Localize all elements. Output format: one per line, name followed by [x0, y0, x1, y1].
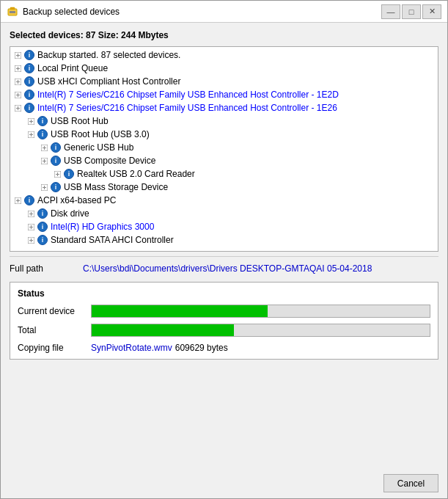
item-label: Realtek USB 2.0 Card Reader [77, 169, 195, 179]
list-item[interactable]: iUSB Root Hub [10, 114, 438, 128]
footer: Cancel [1, 468, 447, 498]
status-box: Status Current device Total Copying file… [10, 282, 438, 360]
item-label: ACPI x64-based PC [37, 195, 116, 205]
summary-line: Selected devices: 87 Size: 244 Mbytes [10, 30, 438, 40]
expand-icon[interactable] [12, 89, 23, 101]
item-label: USB Mass Storage Device [64, 182, 168, 192]
close-button[interactable]: ✕ [422, 4, 441, 19]
item-label: Intel(R) 7 Series/C216 Chipset Family US… [37, 103, 337, 113]
copying-filename: SynPivotRotate.wmv [91, 343, 172, 353]
info-icon: i [23, 194, 35, 206]
cancel-button[interactable]: Cancel [383, 474, 438, 492]
window-title: Backup selected devices [23, 7, 381, 17]
expand-icon[interactable] [38, 142, 50, 153]
list-item[interactable]: iBackup started. 87 selected devices. [10, 48, 438, 62]
info-icon: i [23, 62, 35, 74]
list-item[interactable]: iIntel(R) 7 Series/C216 Chipset Family U… [10, 101, 438, 114]
fullpath-row: Full path C:\Users\bdi\Documents\drivers… [10, 261, 438, 276]
current-device-label: Current device [18, 306, 91, 316]
expand-icon[interactable] [25, 221, 37, 233]
info-icon: i [50, 142, 62, 153]
content-area: Selected devices: 87 Size: 244 Mbytes iB… [1, 23, 447, 468]
item-label: Backup started. 87 selected devices. [37, 50, 180, 60]
total-progress-bg [91, 324, 430, 337]
expand-icon[interactable] [12, 62, 23, 74]
info-icon: i [23, 76, 35, 87]
info-icon: i [50, 181, 62, 193]
copying-size: 609629 bytes [175, 343, 228, 353]
expand-icon[interactable] [12, 102, 23, 114]
info-icon: i [50, 155, 62, 167]
title-bar: Backup selected devices — □ ✕ [1, 1, 447, 23]
total-row: Total [18, 324, 430, 337]
info-icon: i [23, 49, 35, 61]
info-icon: i [63, 168, 75, 180]
item-label: Standard SATA AHCI Controller [51, 235, 174, 245]
item-label: USB Root Hub [51, 116, 109, 126]
status-title: Status [18, 288, 430, 299]
copying-row: Copying file SynPivotRotate.wmv 609629 b… [18, 343, 430, 353]
expand-icon[interactable] [38, 181, 50, 193]
list-item[interactable]: iRealtek USB 2.0 Card Reader [10, 167, 438, 181]
item-label: Intel(R) HD Graphics 3000 [51, 222, 154, 232]
maximize-button[interactable]: □ [402, 4, 421, 19]
current-device-progress-fill [92, 305, 268, 317]
info-icon: i [23, 89, 35, 101]
info-icon: i [37, 234, 48, 246]
list-item[interactable]: iIntel(R) 7 Series/C216 Chipset Family U… [10, 88, 438, 101]
info-icon: i [37, 208, 48, 219]
info-icon: i [37, 115, 48, 127]
current-device-progress-bg [91, 305, 430, 318]
list-item[interactable]: iUSB Mass Storage Device [10, 181, 438, 194]
svg-rect-2 [10, 7, 15, 10]
device-list-container: iBackup started. 87 selected devices.iLo… [10, 46, 438, 252]
fullpath-label: Full path [10, 263, 83, 274]
list-item[interactable]: iUSB Root Hub (USB 3.0) [10, 128, 438, 141]
fullpath-value: C:\Users\bdi\Documents\drivers\Drivers D… [83, 263, 372, 274]
expand-icon[interactable] [25, 234, 37, 246]
window-icon [7, 6, 18, 18]
item-label: Disk drive [51, 208, 89, 219]
minimize-button[interactable]: — [381, 4, 400, 19]
list-item[interactable]: iUSB Composite Device [10, 154, 438, 167]
list-item[interactable]: iLocal Print Queue [10, 62, 438, 75]
expand-icon[interactable] [12, 194, 23, 206]
svg-rect-1 [10, 11, 15, 13]
list-item[interactable]: iUSB xHCI Compliant Host Controller [10, 75, 438, 88]
copying-label: Copying file [18, 343, 91, 353]
device-list[interactable]: iBackup started. 87 selected devices.iLo… [10, 47, 438, 251]
list-item[interactable]: iIntel(R) HD Graphics 3000 [10, 220, 438, 233]
item-label: Intel(R) 7 Series/C216 Chipset Family US… [37, 90, 339, 100]
current-device-row: Current device [18, 305, 430, 318]
total-label: Total [18, 325, 91, 335]
item-label: Local Print Queue [37, 63, 108, 73]
divider [10, 256, 438, 257]
item-label: USB Composite Device [64, 156, 155, 166]
info-icon: i [23, 102, 35, 114]
expand-icon[interactable] [25, 128, 37, 140]
main-window: Backup selected devices — □ ✕ Selected d… [0, 0, 448, 499]
item-label: USB Root Hub (USB 3.0) [51, 129, 150, 139]
total-progress-fill [92, 324, 234, 336]
expand-icon[interactable] [38, 155, 50, 167]
expand-icon[interactable] [12, 49, 23, 61]
list-item[interactable]: iGeneric USB Hub [10, 141, 438, 154]
list-item[interactable]: iStandard SATA AHCI Controller [10, 233, 438, 247]
info-icon: i [37, 221, 48, 233]
info-icon: i [37, 128, 48, 140]
expand-icon[interactable] [25, 208, 37, 219]
item-label: Generic USB Hub [64, 142, 133, 153]
expand-icon[interactable] [12, 76, 23, 87]
item-label: USB xHCI Compliant Host Controller [37, 76, 180, 87]
list-item[interactable]: iACPI x64-based PC [10, 194, 438, 207]
expand-icon[interactable] [25, 115, 37, 127]
list-item[interactable]: iDisk drive [10, 207, 438, 220]
expand-icon[interactable] [51, 168, 63, 180]
window-controls: — □ ✕ [381, 4, 441, 19]
